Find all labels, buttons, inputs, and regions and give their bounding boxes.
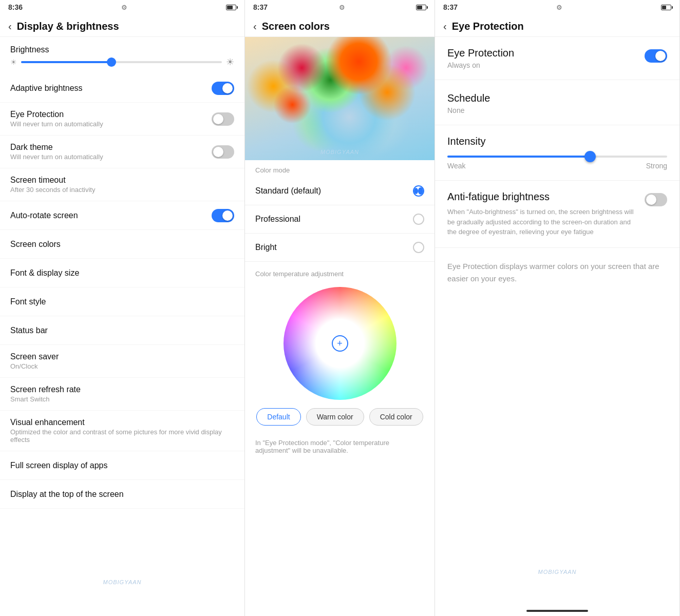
- radio-bright-circle[interactable]: [413, 242, 424, 253]
- temp-btn-warm[interactable]: Warm color: [306, 408, 364, 426]
- panel3-content: Eye Protection Always on Schedule None I…: [435, 37, 679, 606]
- color-wheel[interactable]: +: [284, 287, 396, 400]
- brightness-slider[interactable]: [21, 61, 222, 63]
- panel1-header: ‹ Display & brightness: [0, 14, 244, 37]
- toggle-adaptive-brightness[interactable]: [212, 82, 234, 95]
- ep-main-row[interactable]: Eye Protection Always on: [435, 37, 679, 80]
- panel3-title: Eye Protection: [452, 21, 524, 32]
- schedule-section: Schedule None: [435, 80, 679, 125]
- radio-professional[interactable]: Professional: [245, 205, 435, 234]
- ep-footer-text: Eye Protection displays warmer colors on…: [435, 248, 679, 297]
- setting-row-status-bar[interactable]: Status bar: [0, 316, 244, 345]
- eye-protection-note: In "Eye Protection mode", "Color tempera…: [245, 434, 435, 459]
- back-button-panel3[interactable]: ‹: [443, 21, 447, 32]
- watermark-panel3: MOBIGYAAN: [538, 569, 576, 575]
- setting-row-refresh-rate[interactable]: Screen refresh rate Smart Switch: [0, 378, 244, 411]
- radio-standard-circle[interactable]: [413, 185, 424, 197]
- panel1-content: Brightness ☀ ☀ Adaptive brightness Eye P…: [0, 37, 244, 616]
- status-bar-panel1: 8:36 ⚙: [0, 0, 244, 14]
- setting-row-font-style[interactable]: Font style: [0, 287, 244, 316]
- setting-row-adaptive-brightness[interactable]: Adaptive brightness: [0, 74, 244, 103]
- toggle-ep-main[interactable]: [645, 49, 667, 63]
- panel-eye-protection: 8:37 ⚙ ‹ Eye Protection Eye Protection A…: [435, 0, 680, 616]
- back-button-panel2[interactable]: ‹: [253, 21, 257, 32]
- toggle-dark-theme[interactable]: [212, 145, 234, 159]
- color-wheel-container: +: [245, 282, 435, 408]
- intensity-weak-label: Weak: [447, 162, 466, 170]
- fruit-image: MOBIGYAAN: [245, 37, 435, 160]
- panel3-header: ‹ Eye Protection: [435, 14, 679, 37]
- home-indicator: [435, 606, 679, 616]
- panel1-title: Display & brightness: [17, 21, 119, 32]
- schedule-value: None: [435, 106, 679, 123]
- battery-icon-panel2: [416, 5, 426, 10]
- panel2-content: MOBIGYAAN Color mode Standard (default) …: [245, 37, 435, 616]
- radio-bright[interactable]: Bright: [245, 234, 435, 262]
- setting-row-screen-colors[interactable]: Screen colors: [0, 230, 244, 259]
- status-bar-panel3: 8:37 ⚙: [435, 0, 679, 14]
- setting-row-eye-protection[interactable]: Eye Protection Will never turn on automa…: [0, 103, 244, 136]
- setting-row-dark-theme[interactable]: Dark theme Will never turn on automatica…: [0, 136, 244, 168]
- time-panel2: 8:37: [253, 3, 268, 11]
- toggle-antifatigue[interactable]: [645, 193, 667, 206]
- status-bar-panel2: 8:37 ⚙: [245, 0, 435, 14]
- back-button-panel1[interactable]: ‹: [8, 21, 12, 32]
- setting-row-screen-timeout[interactable]: Screen timeout After 30 seconds of inact…: [0, 168, 244, 201]
- antifatigue-desc: When "Auto-brightness" is turned on, the…: [447, 207, 636, 237]
- setting-row-font-display[interactable]: Font & display size: [0, 259, 244, 287]
- panel2-header: ‹ Screen colors: [245, 14, 435, 37]
- radio-standard[interactable]: Standard (default): [245, 177, 435, 205]
- color-temp-label: Color temperature adjustment: [245, 262, 435, 282]
- schedule-title: Schedule: [435, 82, 679, 106]
- time-panel3: 8:37: [443, 3, 458, 11]
- brightness-label: Brightness: [0, 37, 244, 56]
- brightness-slider-row: ☀ ☀: [0, 56, 244, 74]
- panel2-title: Screen colors: [262, 21, 330, 32]
- temp-buttons: Default Warm color Cold color: [245, 408, 435, 434]
- setting-row-fullscreen[interactable]: Full screen display of apps: [0, 451, 244, 480]
- intensity-slider[interactable]: [447, 156, 667, 158]
- temp-btn-cold[interactable]: Cold color: [369, 408, 423, 426]
- gear-icon-panel3: ⚙: [556, 4, 562, 11]
- color-mode-label: Color mode: [245, 160, 435, 177]
- radio-professional-circle[interactable]: [413, 214, 424, 225]
- ep-main-sub: Always on: [447, 61, 514, 69]
- setting-row-screen-saver[interactable]: Screen saver On/Clock: [0, 345, 244, 378]
- intensity-section: Intensity Weak Strong: [435, 125, 679, 180]
- setting-row-display-top[interactable]: Display at the top of the screen: [0, 480, 244, 509]
- sun-large-icon: ☀: [226, 56, 234, 68]
- toggle-eye-protection[interactable]: [212, 112, 234, 126]
- setting-row-auto-rotate[interactable]: Auto-rotate screen: [0, 201, 244, 230]
- battery-icon-panel1: [226, 5, 236, 10]
- intensity-title: Intensity: [447, 136, 667, 147]
- gear-icon-panel1: ⚙: [121, 4, 127, 11]
- temp-btn-default[interactable]: Default: [256, 408, 300, 426]
- intensity-strong-label: Strong: [646, 162, 667, 170]
- color-wheel-center[interactable]: +: [332, 335, 348, 352]
- battery-icon-panel3: [661, 5, 671, 10]
- antifatigue-row[interactable]: Anti-fatigue brightness When "Auto-brigh…: [435, 180, 679, 247]
- gear-icon-panel2: ⚙: [339, 4, 345, 11]
- antifatigue-title: Anti-fatigue brightness: [447, 191, 636, 203]
- setting-row-visual-enhancement[interactable]: Visual enhancement Optimized the color a…: [0, 411, 244, 451]
- home-bar: [526, 610, 588, 612]
- panel-screen-colors: 8:37 ⚙ ‹ Screen colors MOBIGYAAN Color m…: [245, 0, 435, 616]
- toggle-auto-rotate[interactable]: [212, 209, 234, 222]
- ep-main-title: Eye Protection: [447, 47, 514, 59]
- sun-small-icon: ☀: [10, 58, 17, 66]
- intensity-thumb: [584, 151, 596, 162]
- panel-display-brightness: 8:36 ⚙ ‹ Display & brightness Brightness…: [0, 0, 245, 616]
- time-panel1: 8:36: [8, 3, 23, 11]
